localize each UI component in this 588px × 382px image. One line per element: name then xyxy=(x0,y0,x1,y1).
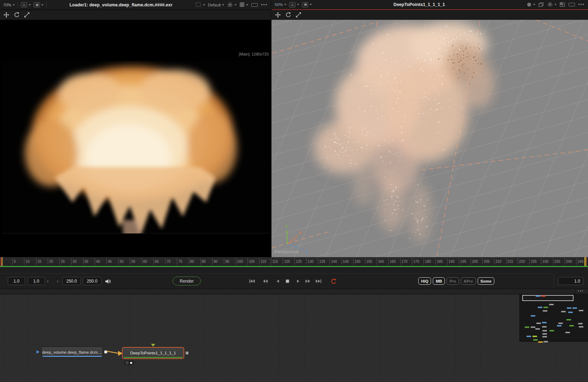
ruler-tick: 180 xyxy=(424,258,431,265)
left-viewer-dot[interactable] xyxy=(126,361,128,364)
viewer-assignment-dots[interactable] xyxy=(124,360,134,365)
playhead-marker[interactable] xyxy=(1,257,1,266)
goto-start-button[interactable] xyxy=(248,277,257,285)
fast-forward-button[interactable] xyxy=(303,277,312,285)
minimap-node xyxy=(542,336,547,337)
layers-button[interactable] xyxy=(538,2,544,7)
render-start-field[interactable]: 1.0 xyxy=(28,277,45,285)
minimap-node xyxy=(543,310,547,312)
viewer-layout-dropdown[interactable] xyxy=(34,2,43,7)
ruler-tick: 130 xyxy=(306,258,314,265)
pan-tool-button[interactable] xyxy=(275,12,281,18)
rotate-tool-button[interactable] xyxy=(285,12,291,18)
global-end-field[interactable]: 250.0 xyxy=(83,277,101,285)
deep-to-points-output-connector[interactable] xyxy=(186,352,188,354)
perspective-3d-viewport[interactable]: Y X Z Perspective xyxy=(272,20,588,257)
playhead-range-marker[interactable] xyxy=(2,257,2,266)
color-controls-dropdown[interactable] xyxy=(547,2,557,7)
render-end-field[interactable]: 250.0 xyxy=(62,277,81,285)
viewer-layout-dropdown[interactable] xyxy=(302,2,312,7)
node-deep-to-points[interactable]: DeepToPoints1_1_1_1_1 xyxy=(122,347,184,359)
channel-dropdown[interactable]: A xyxy=(21,2,31,7)
chevron-down-icon xyxy=(246,4,248,6)
zoom-level-dropdown[interactable]: 50% xyxy=(275,2,286,7)
lut-name: Default xyxy=(208,3,221,7)
ruler-tick: 95 xyxy=(224,258,229,265)
viewer-options-button[interactable]: ••• xyxy=(261,2,268,7)
ruler-tick: 115 xyxy=(271,258,278,265)
deep-to-points-accent-bar xyxy=(123,357,183,358)
roi-dropdown[interactable] xyxy=(195,2,205,8)
left-viewer-pane: 70% A Loader1: deep_volume.deep_flame.dc… xyxy=(0,0,271,257)
layers-icon xyxy=(538,2,544,7)
node-graph-minimap[interactable] xyxy=(519,294,588,342)
minimap-view-rectangle[interactable] xyxy=(522,295,574,301)
audio-button[interactable] xyxy=(104,277,113,285)
axis-y-label: Y xyxy=(285,224,288,228)
wide-rectangle-icon xyxy=(568,2,575,7)
step-back-button[interactable]: ‹ xyxy=(47,277,48,285)
playback-rate-field[interactable]: 1.0 xyxy=(558,277,583,285)
dotted-square-icon xyxy=(195,2,202,8)
loop-button[interactable] xyxy=(329,277,338,285)
minimap-node xyxy=(526,336,531,337)
node-graph-canvas[interactable]: deep_volume.deep_flame.dcm.... DeepToPoi… xyxy=(0,294,588,382)
quality-toggle-some[interactable]: Some xyxy=(478,277,494,285)
color-wheel-icon xyxy=(547,2,553,7)
minimap-node xyxy=(567,307,571,309)
node-editor-options-button[interactable]: ••• xyxy=(578,289,584,293)
zoom-level-dropdown[interactable]: 70% xyxy=(3,3,15,7)
ruler-tick: 55 xyxy=(130,258,135,265)
expand-viewer-button[interactable] xyxy=(568,2,575,7)
stop-button[interactable] xyxy=(283,277,292,285)
play-button[interactable] xyxy=(293,277,303,285)
minimap-node xyxy=(572,307,577,309)
scale-tool-button[interactable] xyxy=(296,12,301,18)
fast-rewind-button[interactable] xyxy=(261,277,270,285)
quad-view-button[interactable] xyxy=(559,2,565,7)
quality-toggle-mb[interactable]: MB xyxy=(433,277,445,285)
minimap-node xyxy=(531,315,535,317)
scale-tool-button[interactable] xyxy=(24,12,30,18)
ruler-tick: 25 xyxy=(59,258,65,265)
deep-to-points-input-triangle[interactable] xyxy=(151,344,155,347)
timeline-ruler[interactable]: 5101520253035404550556065707580859095100… xyxy=(0,257,588,267)
divider xyxy=(46,2,47,7)
lut-dropdown[interactable]: Default xyxy=(208,3,224,7)
shading-dropdown[interactable] xyxy=(526,2,535,7)
color-controls-dropdown[interactable] xyxy=(227,2,237,8)
minimap-node xyxy=(558,323,563,324)
left-viewport[interactable]: [Main]: 1280x720 xyxy=(0,20,271,257)
quality-toggle-prx[interactable]: Prx xyxy=(447,277,459,285)
rotate-tool-button[interactable] xyxy=(14,12,19,18)
ruler-tick: 10 xyxy=(24,258,29,265)
chevron-down-icon xyxy=(284,4,286,5)
right-viewer-nav-toolbar xyxy=(272,10,588,20)
render-button[interactable]: Render xyxy=(173,277,201,285)
loader-input-triangle[interactable] xyxy=(36,350,40,354)
pan-icon xyxy=(275,12,281,18)
checker-underlay-dropdown[interactable] xyxy=(239,2,248,8)
expand-viewer-button[interactable] xyxy=(251,3,258,7)
node-loader[interactable]: deep_volume.deep_flame.dcm.... xyxy=(41,347,103,358)
ruler-tick: 90 xyxy=(212,258,217,265)
perspective-view-label: Perspective xyxy=(275,249,299,254)
quality-toggle-hiq[interactable]: HiQ xyxy=(418,277,431,285)
step-forward-button[interactable]: › xyxy=(57,277,58,285)
chevron-down-icon xyxy=(13,4,15,6)
wide-rectangle-icon xyxy=(251,3,258,7)
right-viewer-dot[interactable] xyxy=(130,362,132,364)
goto-end-button[interactable] xyxy=(314,277,323,285)
range-end-marker[interactable] xyxy=(584,257,586,266)
loop-icon xyxy=(330,278,337,284)
chevron-down-icon xyxy=(533,4,535,5)
ruler-tick: 80 xyxy=(189,258,194,265)
minimap-node xyxy=(549,330,554,331)
channel-dropdown[interactable]: A xyxy=(289,2,299,7)
viewer-options-button[interactable]: ••• xyxy=(578,2,585,7)
ruler-tick: 240 xyxy=(565,258,572,265)
global-start-field[interactable]: 1.0 xyxy=(8,277,25,285)
pan-tool-button[interactable] xyxy=(4,12,9,18)
quality-toggle-aprx[interactable]: APrx xyxy=(461,277,476,285)
play-reverse-button[interactable] xyxy=(273,277,282,285)
